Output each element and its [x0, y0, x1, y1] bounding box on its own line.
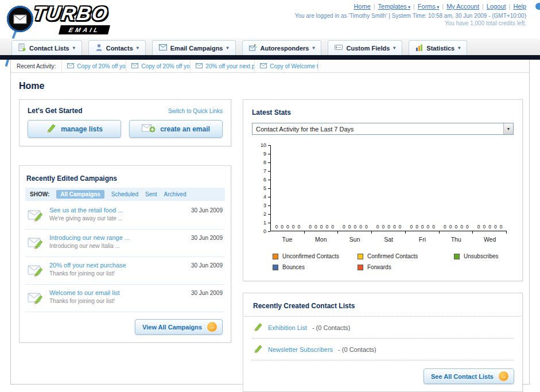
y-axis-tick-label: 7 [263, 168, 266, 174]
contacts-icon [95, 44, 103, 52]
value-labels: 00000 [372, 224, 406, 230]
recent-activity-bar: Recent Activity: Copy of 20% off yoCopy … [11, 60, 529, 73]
legend-item: Unsubscribes [454, 253, 540, 259]
legend-label: Forwards [367, 264, 391, 270]
contact-activity-chart: 109876543210 000000000000000000000000000… [255, 145, 514, 243]
recent-activity-items: Copy of 20% off yoCopy of 20% off yo20% … [61, 60, 318, 72]
value-label: 0 [500, 224, 503, 230]
pencil-icon [46, 123, 56, 134]
view-all-campaigns-button[interactable]: View All Campaigns → [135, 319, 223, 335]
value-label: 0 [488, 224, 491, 230]
value-label: 0 [444, 224, 446, 230]
filter-all-campaigns[interactable]: All Campaigns [56, 190, 104, 199]
campaign-subtitle: Thanks for joining our list! [49, 298, 187, 304]
campaign-title-link[interactable]: 20% off your next purchase [49, 262, 187, 269]
envelope-plus-icon [142, 124, 156, 134]
campaign-title-link[interactable]: See us at the retail food ... [49, 207, 187, 214]
top-link-forms[interactable]: Forms ▾ [418, 3, 439, 10]
legend-swatch [273, 254, 278, 259]
y-axis-tick-label: 8 [263, 160, 266, 165]
x-axis-tick-label: Tue [270, 236, 304, 243]
top-links: Home|Templates ▾|Forms ▾|My Account|Logo… [353, 3, 526, 10]
arrow-right-icon: → [207, 322, 217, 332]
autoresponders-icon [249, 44, 257, 52]
value-label: 0 [494, 224, 497, 230]
value-label: 0 [449, 224, 452, 230]
stats-period-select[interactable]: Contact Activity for the Last 7 Days ▼ [252, 123, 514, 135]
top-link-home[interactable]: Home [353, 3, 370, 10]
content-wrapper: Recent Activity: Copy of 20% off yoCopy … [10, 60, 530, 385]
x-axis-tick-label: Fri [405, 236, 439, 243]
legend-label: Bounces [282, 264, 305, 270]
recent-campaigns-panel: Recently Edited Campaigns SHOW: All Camp… [19, 165, 231, 343]
page-title: Home [19, 81, 529, 91]
y-axis-tick-label: 1 [263, 220, 266, 226]
value-label: 0 [477, 224, 480, 230]
value-labels: 00000 [473, 224, 507, 230]
chevron-down-icon: ▾ [312, 45, 314, 51]
manage-lists-button[interactable]: manage lists [28, 120, 121, 138]
recent-activity-item[interactable]: Copy of Welcome to [254, 60, 318, 72]
see-all-contact-lists-button[interactable]: See All Contact Lists → [424, 368, 514, 384]
nav-divider-bar [0, 55, 540, 60]
legend-item: Forwards [358, 264, 454, 270]
campaign-title-link[interactable]: Introducing our new range ... [49, 234, 187, 241]
tab-custom-fields[interactable]: Custom Fields▾ [328, 40, 402, 55]
chart-day-group: 00000 [338, 145, 372, 231]
campaign-date: 30 Jun 2009 [191, 234, 223, 241]
legend-item: Confirmed Contacts [358, 253, 454, 259]
value-label: 0 [275, 224, 278, 230]
filter-archived[interactable]: Archived [164, 191, 187, 197]
campaign-row: 20% off your next purchaseThanks for joi… [25, 257, 225, 285]
y-axis-tick-label: 0 [263, 228, 266, 234]
chevron-down-icon: ▾ [137, 45, 139, 51]
logo-envelope-icon [7, 6, 33, 32]
tab-statistics[interactable]: Statistics▾ [409, 40, 467, 55]
recent-activity-item[interactable]: Copy of 20% off yo [61, 60, 126, 72]
filter-sent[interactable]: Sent [145, 191, 157, 197]
envelope-icon [131, 63, 138, 69]
y-axis-tick-label: 3 [263, 203, 266, 208]
contact-list-link[interactable]: Newsletter Subscribers [268, 346, 333, 353]
value-labels: 00000 [406, 224, 440, 230]
value-label: 0 [399, 224, 402, 230]
value-label: 0 [376, 224, 379, 230]
top-link-logout[interactable]: Logout [487, 3, 506, 10]
chart-day-group: 00000 [271, 145, 305, 231]
pencil-icon [253, 344, 263, 354]
create-email-button[interactable]: create an email [129, 120, 223, 138]
separator: | [374, 3, 375, 10]
email-pencil-icon [28, 234, 45, 251]
tab-autoresponders[interactable]: Autoresponders▾ [242, 40, 322, 55]
value-labels: 00000 [338, 224, 372, 230]
recent-activity-item[interactable]: 20% off your next p [190, 60, 254, 72]
logo-text-primary: TURBO [32, 2, 110, 25]
value-label: 0 [432, 224, 435, 230]
value-labels: 00000 [271, 224, 305, 230]
filter-scheduled[interactable]: Scheduled [111, 191, 138, 197]
campaign-title-link[interactable]: Welcome to our email list [49, 289, 187, 296]
email-pencil-icon [28, 207, 45, 224]
value-label: 0 [359, 224, 362, 230]
campaign-row: See us at the retail food ...We're givin… [25, 202, 225, 230]
recent-activity-item[interactable]: Copy of 20% off yo [126, 60, 190, 72]
top-link-templates[interactable]: Templates ▾ [378, 3, 410, 10]
y-axis-tick-label: 10 [261, 142, 266, 148]
envelope-icon [67, 63, 74, 69]
chart-legend: Unconfirmed ContactsConfirmed ContactsUn… [273, 253, 514, 270]
value-label: 0 [281, 224, 283, 230]
value-label: 0 [410, 224, 413, 230]
top-link-my-account[interactable]: My Account [446, 3, 479, 10]
tab-contact-lists[interactable]: Contact Lists▾ [11, 40, 82, 55]
left-column: Let's Get Started Switch to Quick Links … [19, 99, 231, 343]
tab-email-campaigns[interactable]: Email Campaigns▾ [152, 40, 236, 55]
switch-quick-links-link[interactable]: Switch to Quick Links [168, 108, 223, 114]
get-started-title: Let's Get Started [28, 107, 83, 115]
legend-label: Confirmed Contacts [367, 253, 418, 259]
value-label: 0 [325, 224, 328, 230]
app-page: TURBO EMAIL Home|Templates ▾|Forms ▾|My … [0, 0, 540, 392]
tab-contacts[interactable]: Contacts▾ [88, 40, 146, 55]
top-link-help[interactable]: Help [513, 3, 526, 10]
recent-activity-label: Recent Activity: [17, 63, 56, 69]
contact-list-link[interactable]: Exhibition List [268, 324, 307, 331]
